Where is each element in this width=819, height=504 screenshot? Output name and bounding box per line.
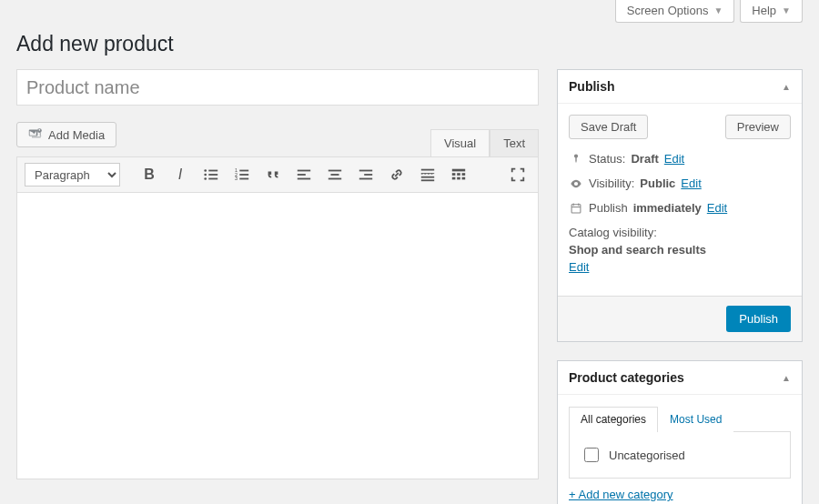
toolbar-toggle-button[interactable] [446, 163, 471, 186]
toggle-icon[interactable]: ▲ [782, 82, 791, 92]
svg-rect-31 [457, 177, 460, 180]
bullet-list-button[interactable] [198, 163, 224, 186]
svg-rect-20 [364, 174, 372, 176]
svg-rect-16 [329, 170, 341, 172]
svg-rect-4 [208, 174, 217, 176]
save-draft-button[interactable]: Save Draft [569, 115, 648, 139]
svg-rect-8 [239, 170, 248, 172]
editor-body[interactable] [16, 193, 539, 479]
categories-title: Product categories [569, 370, 684, 385]
pin-icon [569, 153, 583, 166]
category-checkbox[interactable] [584, 448, 599, 462]
svg-rect-30 [452, 177, 456, 180]
svg-rect-17 [331, 174, 339, 176]
svg-rect-10 [239, 174, 248, 176]
svg-rect-21 [359, 178, 372, 180]
add-new-category-link[interactable]: + Add new category [569, 488, 673, 501]
svg-rect-2 [208, 170, 217, 172]
fullscreen-button[interactable] [505, 163, 531, 186]
svg-rect-29 [462, 173, 466, 176]
svg-rect-12 [239, 178, 248, 180]
svg-point-5 [204, 177, 207, 180]
svg-point-3 [204, 174, 207, 176]
bold-button[interactable]: B [136, 163, 162, 186]
help-tab[interactable]: Help ▼ [740, 0, 803, 23]
svg-rect-18 [329, 178, 341, 180]
edit-status-link[interactable]: Edit [664, 152, 684, 166]
read-more-button[interactable] [415, 163, 440, 186]
product-name-input[interactable] [16, 69, 539, 106]
svg-rect-27 [452, 173, 456, 176]
product-categories-box: Product categories ▲ All categories Most… [557, 360, 803, 504]
edit-publish-date-link[interactable]: Edit [707, 201, 727, 215]
screen-options-tab[interactable]: Screen Options ▼ [615, 0, 735, 23]
preview-button[interactable]: Preview [725, 115, 791, 139]
publish-box: Publish ▲ Save Draft Preview Status: Dra… [557, 69, 803, 342]
category-uncategorised[interactable]: Uncategorised [581, 445, 779, 465]
svg-rect-19 [359, 170, 372, 172]
edit-visibility-link[interactable]: Edit [681, 176, 701, 190]
chevron-down-icon: ▼ [782, 5, 791, 15]
svg-rect-22 [421, 169, 434, 171]
media-icon [28, 127, 43, 142]
calendar-icon [569, 202, 583, 215]
svg-rect-25 [421, 179, 434, 181]
editor-tab-text[interactable]: Text [490, 129, 539, 156]
svg-rect-32 [462, 177, 466, 180]
eye-icon [569, 177, 583, 190]
tab-most-used[interactable]: Most Used [658, 407, 733, 432]
link-button[interactable] [384, 163, 410, 186]
svg-rect-26 [452, 169, 465, 172]
publish-button[interactable]: Publish [726, 306, 791, 332]
svg-rect-13 [298, 170, 310, 172]
format-select[interactable]: Paragraph [25, 163, 120, 186]
svg-rect-6 [208, 178, 217, 180]
svg-point-1 [204, 169, 207, 172]
align-center-button[interactable] [322, 163, 348, 186]
align-left-button[interactable] [291, 163, 317, 186]
svg-rect-28 [457, 173, 460, 176]
chevron-down-icon: ▼ [713, 5, 723, 15]
svg-rect-15 [298, 178, 310, 180]
svg-rect-24 [421, 176, 434, 178]
tab-all-categories[interactable]: All categories [569, 407, 658, 432]
publish-title: Publish [569, 79, 615, 94]
italic-button[interactable]: I [167, 163, 193, 186]
numbered-list-button[interactable]: 123 [229, 163, 255, 186]
svg-rect-14 [298, 174, 306, 176]
editor-tab-visual[interactable]: Visual [430, 129, 490, 156]
svg-rect-33 [571, 204, 581, 212]
add-media-button[interactable]: Add Media [16, 122, 116, 147]
svg-text:3: 3 [235, 176, 238, 181]
toggle-icon[interactable]: ▲ [782, 373, 791, 383]
svg-point-0 [37, 128, 42, 133]
page-title: Add new product [16, 32, 803, 56]
edit-catalog-link[interactable]: Edit [569, 260, 791, 274]
quote-button[interactable] [260, 163, 286, 186]
align-right-button[interactable] [353, 163, 379, 186]
